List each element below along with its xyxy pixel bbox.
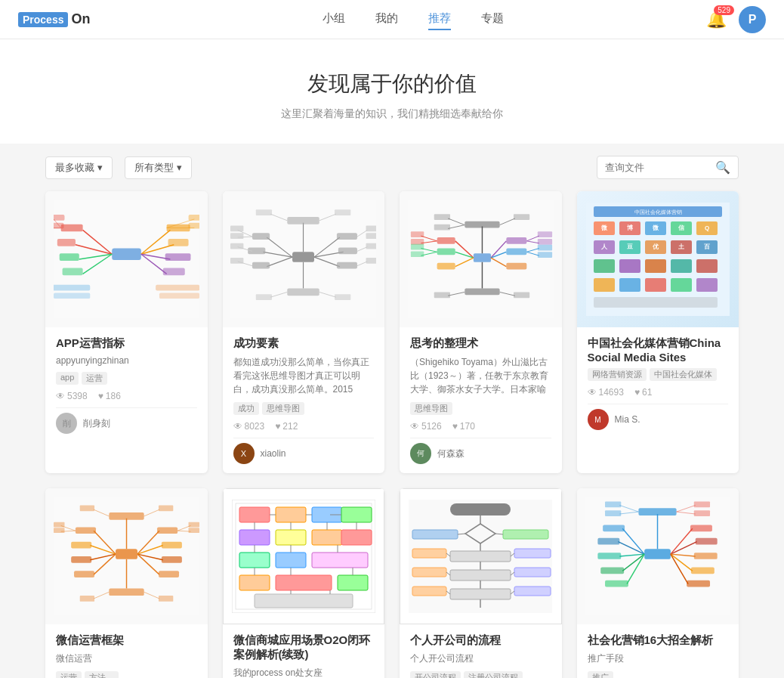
card-shehuiyingxiao[interactable]: 社会化营销16大招全解析 推广手段 推广 👁 3712 ♥ 141 元 元 bbox=[577, 488, 739, 678]
card-china-social[interactable]: 中国社会化媒体营销 bbox=[577, 191, 739, 473]
tag-item: 方法， bbox=[85, 671, 119, 678]
svg-rect-152 bbox=[116, 549, 137, 559]
card-tags: app 运营 bbox=[56, 372, 197, 385]
card-footer: 何 何森森 bbox=[410, 438, 551, 464]
svg-rect-70 bbox=[256, 294, 272, 300]
svg-rect-214 bbox=[338, 575, 368, 590]
svg-rect-180 bbox=[109, 588, 144, 596]
svg-text:土: 土 bbox=[678, 243, 684, 250]
svg-rect-263 bbox=[600, 567, 624, 574]
svg-rect-262 bbox=[598, 553, 622, 559]
svg-rect-58 bbox=[366, 243, 377, 249]
svg-rect-164 bbox=[74, 571, 94, 577]
card-thumbnail bbox=[45, 191, 208, 327]
svg-text:Q: Q bbox=[705, 224, 709, 231]
svg-rect-206 bbox=[239, 553, 270, 568]
svg-rect-162 bbox=[71, 542, 91, 549]
tag-item: 运营 bbox=[82, 372, 107, 385]
svg-rect-201 bbox=[341, 530, 372, 545]
svg-rect-130 bbox=[594, 259, 615, 273]
svg-text:人: 人 bbox=[600, 243, 608, 250]
card-title: 微信运营框架 bbox=[56, 633, 197, 648]
svg-rect-140 bbox=[594, 297, 718, 308]
card-company-flow[interactable]: 个人开公司的流程 个人开公司流程 开公司流程 注册公司流程 bbox=[400, 488, 562, 678]
svg-rect-79 bbox=[437, 249, 455, 255]
sort-chevron-icon: ▾ bbox=[97, 162, 103, 173]
user-avatar[interactable]: P bbox=[739, 6, 766, 33]
view-count: 👁 5398 bbox=[56, 391, 88, 401]
svg-rect-84 bbox=[411, 239, 424, 245]
author-name: 削身刻 bbox=[83, 417, 110, 430]
svg-rect-72 bbox=[335, 294, 350, 300]
card-author-plain: 推广手段 bbox=[588, 652, 729, 665]
logo[interactable]: ProcessOn bbox=[18, 11, 90, 27]
svg-rect-131 bbox=[619, 259, 640, 273]
svg-rect-25 bbox=[188, 223, 199, 229]
eye-icon: 👁 bbox=[588, 387, 597, 398]
eye-icon: 👁 bbox=[233, 421, 242, 432]
flowchart-thumb bbox=[400, 488, 562, 624]
svg-rect-116 bbox=[514, 292, 529, 298]
type-filter-label: 所有类型 bbox=[134, 161, 174, 175]
card-body: 成功要素 都知道成功没那么简单，当你真正看完这张思维导图才真正可以明白，成功真没… bbox=[223, 327, 385, 473]
tag-item: 中国社会化媒体 bbox=[650, 368, 717, 381]
svg-rect-80 bbox=[437, 263, 455, 270]
search-box[interactable]: 🔍 bbox=[597, 156, 739, 179]
svg-rect-87 bbox=[411, 244, 424, 250]
card-app-yunying[interactable]: APP运营指标 appyunyingzhinan app 运营 👁 5398 ♥… bbox=[45, 191, 208, 473]
svg-rect-88 bbox=[411, 251, 424, 257]
svg-text:优: 优 bbox=[652, 243, 659, 250]
svg-rect-266 bbox=[696, 538, 718, 545]
svg-rect-44 bbox=[338, 248, 357, 255]
svg-rect-275 bbox=[605, 510, 621, 516]
svg-rect-64 bbox=[288, 289, 319, 296]
card-thumbnail bbox=[400, 191, 562, 327]
logo-box: Process bbox=[18, 12, 68, 27]
cards-grid: APP运营指标 appyunyingzhinan app 运营 👁 5398 ♥… bbox=[0, 191, 784, 678]
svg-rect-232 bbox=[412, 530, 458, 539]
nav-item-group[interactable]: 小组 bbox=[323, 8, 345, 30]
card-weixin-yunying[interactable]: 微信运营框架 微信运营 运营 方法， 👁 4330 ♥ 116 村 bbox=[45, 488, 208, 678]
svg-rect-166 bbox=[162, 542, 182, 549]
card-tags: 成功 思维导图 bbox=[233, 402, 375, 415]
svg-rect-53 bbox=[230, 258, 243, 264]
like-count: ♥ 61 bbox=[634, 387, 652, 398]
card-body: APP运营指标 appyunyingzhinan app 运营 👁 5398 ♥… bbox=[45, 327, 208, 443]
author-avatar: M bbox=[588, 409, 609, 430]
svg-rect-15 bbox=[168, 239, 188, 246]
svg-rect-74 bbox=[474, 253, 491, 262]
svg-rect-11 bbox=[57, 239, 76, 246]
svg-rect-55 bbox=[366, 226, 377, 232]
nav-item-recommend[interactable]: 推荐 bbox=[428, 8, 451, 30]
card-sikaozhenglishu[interactable]: 思考的整理术 （Shigehiko Toyama）外山滋比古比（1923～）著，… bbox=[400, 191, 562, 473]
svg-rect-228 bbox=[450, 570, 511, 580]
svg-rect-48 bbox=[230, 226, 243, 232]
author-name: Mia S. bbox=[615, 414, 640, 425]
svg-rect-133 bbox=[671, 259, 692, 273]
card-title: 个人开公司的流程 bbox=[410, 633, 551, 648]
card-author-plain: 微信运营 bbox=[56, 652, 197, 665]
sort-filter-button[interactable]: 最多收藏 ▾ bbox=[45, 156, 113, 179]
svg-rect-102 bbox=[538, 252, 552, 258]
search-input[interactable] bbox=[605, 162, 711, 173]
svg-rect-66 bbox=[256, 209, 272, 215]
card-desc: 都知道成功没那么简单，当你真正看完这张思维导图才真正可以明白，成功真没那么简单。… bbox=[233, 355, 375, 396]
svg-rect-136 bbox=[619, 278, 640, 292]
svg-rect-97 bbox=[538, 231, 552, 237]
type-filter-button[interactable]: 所有类型 ▾ bbox=[125, 156, 192, 179]
svg-rect-163 bbox=[71, 556, 91, 563]
card-o2o[interactable]: 微信商城应用场景O2O闭环案例解析(续致) 我的process on处女座 O2… bbox=[223, 488, 385, 678]
card-body: 微信商城应用场景O2O闭环案例解析(续致) 我的process on处女座 O2… bbox=[223, 624, 385, 678]
svg-rect-176 bbox=[188, 528, 199, 533]
card-body: 思考的整理术 （Shigehiko Toyama）外山滋比古比（1923～）著，… bbox=[400, 327, 562, 473]
nav-item-mine[interactable]: 我的 bbox=[375, 8, 398, 30]
svg-rect-184 bbox=[159, 505, 173, 511]
card-chenggong[interactable]: 成功要素 都知道成功没那么简单，当你真正看完这张思维导图才真正可以明白，成功真没… bbox=[223, 191, 385, 473]
notification-button[interactable]: 🔔 529 bbox=[706, 10, 727, 29]
nav-item-topic[interactable]: 专题 bbox=[481, 8, 504, 30]
card-title: 微信商城应用场景O2O闭环案例解析(续致) bbox=[233, 633, 375, 662]
card-tags: 开公司流程 注册公司流程 bbox=[410, 671, 551, 678]
view-count: 👁 5126 bbox=[410, 421, 442, 432]
svg-rect-236 bbox=[412, 549, 446, 558]
card-tags: 思维导图 bbox=[410, 402, 551, 415]
